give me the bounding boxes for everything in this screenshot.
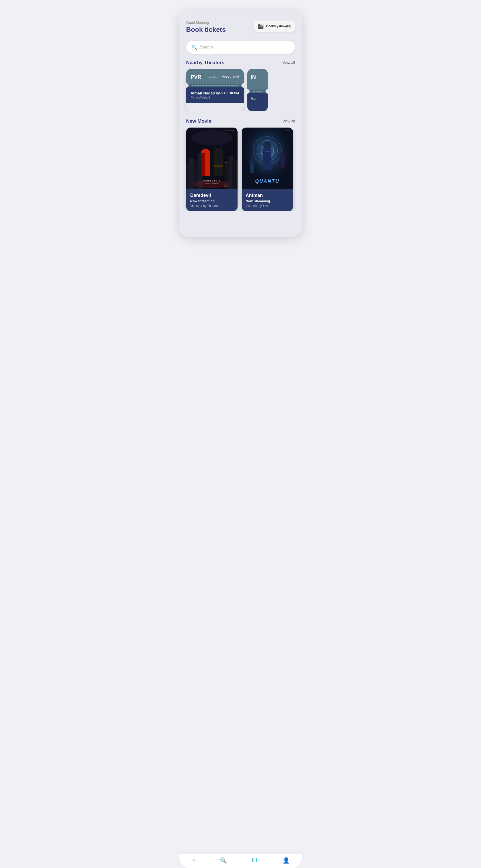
logo-icon: 🎬 xyxy=(258,23,264,29)
svg-rect-10 xyxy=(191,160,192,160)
search-input[interactable]: Search xyxy=(200,45,290,50)
svg-rect-3 xyxy=(189,158,194,189)
nearby-theaters-view-all[interactable]: View all xyxy=(283,61,295,65)
svg-rect-35 xyxy=(263,149,271,169)
daredevil-visit: Vist near by Theatres xyxy=(190,204,233,208)
svg-text:@AGTDESIGN: @AGTDESIGN xyxy=(222,130,235,131)
antman-info: Antman Now Streaming Vist near by The xyxy=(242,189,293,211)
svg-rect-38 xyxy=(250,163,254,173)
antman-streaming: Now Streaming xyxy=(246,199,289,203)
movie-card-antman[interactable]: QUANTU @AGTD Antman Now Streaming Vist n… xyxy=(242,128,293,211)
page-title: Book tickets xyxy=(186,26,226,34)
svg-point-39 xyxy=(280,153,285,158)
svg-text:@AGTD: @AGTD xyxy=(284,130,290,131)
nearby-theaters-header: Nearby Theaters View all xyxy=(179,60,302,65)
ticket-perforation-inox xyxy=(247,90,268,93)
theater-card-pvr[interactable]: PVR ○─🎞─○ Phonix Mall Viman Nagar Pune W… xyxy=(186,69,244,111)
ticket-perforation-pvr xyxy=(186,84,244,87)
search-icon: 🔍 xyxy=(191,44,197,50)
svg-rect-13 xyxy=(226,162,227,163)
logo-box[interactable]: 🎬 Bookmyshow(Pt) xyxy=(254,21,295,32)
svg-rect-17 xyxy=(201,153,205,176)
svg-rect-9 xyxy=(190,160,190,160)
svg-point-34 xyxy=(263,142,271,150)
theater-hours-pvr: Open Till 10 PM xyxy=(214,91,239,95)
svg-rect-12 xyxy=(225,162,226,163)
svg-rect-40 xyxy=(281,158,285,168)
header-left: Good Morning Book tickets xyxy=(186,21,226,34)
theater-bottom-inox: Mu xyxy=(247,93,268,111)
daredevil-info: Daredevil Now Streaming Vist near by The… xyxy=(186,189,237,211)
svg-text:QUANTU: QUANTU xyxy=(255,179,279,184)
antman-visit: Vist near by The xyxy=(246,204,289,208)
greeting: Good Morning xyxy=(186,21,226,25)
logo-label: Bookmyshow(Pt) xyxy=(266,24,291,28)
header: Good Morning Book tickets 🎬 Bookmyshow(P… xyxy=(179,10,302,39)
search-bar[interactable]: 🔍 Search xyxy=(186,41,295,54)
svg-rect-36 xyxy=(265,151,270,152)
theater-top-inox: IN xyxy=(247,69,268,90)
antman-title: Antman xyxy=(246,193,289,198)
theater-area-pvr: Pune Wagholi xyxy=(191,96,214,99)
antman-poster: QUANTU @AGTD xyxy=(242,128,293,189)
theater-top-pvr: PVR ○─🎞─○ Phonix Mall xyxy=(186,69,244,84)
search-container: 🔍 Search xyxy=(186,41,295,54)
daredevil-title: Daredevil xyxy=(190,193,233,198)
new-movies-title: New Movie xyxy=(186,118,212,124)
daredevil-streaming: Now Streaming xyxy=(190,199,233,203)
theater-card-inox[interactable]: IN Mu xyxy=(247,69,268,111)
new-movies-header: New Movie View all xyxy=(179,118,302,124)
theater-location-pvr: Viman Nagar xyxy=(191,91,214,95)
svg-text:DAREDEVIL: DAREDEVIL xyxy=(203,179,221,182)
svg-rect-24 xyxy=(214,165,223,167)
daredevil-poster: DAREDEVIL BORN AGAIN @AGTDESIGN Disney+ xyxy=(186,128,237,189)
theater-name-pvr: PVR xyxy=(191,74,201,80)
nearby-theaters-title: Nearby Theaters xyxy=(186,60,224,65)
svg-text:Disney+: Disney+ xyxy=(224,185,230,187)
theaters-scroll: PVR ○─🎞─○ Phonix Mall Viman Nagar Pune W… xyxy=(179,69,302,111)
theater-name-inox: IN xyxy=(251,74,256,80)
svg-rect-11 xyxy=(190,161,190,162)
svg-text:BORN AGAIN: BORN AGAIN xyxy=(205,183,219,184)
theater-branch-pvr: Phonix Mall xyxy=(220,75,239,79)
theater-location-inox: Mu xyxy=(251,97,264,101)
svg-rect-8 xyxy=(232,160,237,189)
theater-bottom-pvr: Viman Nagar Pune Wagholi Open Till 10 PM xyxy=(186,87,244,103)
new-movies-view-all[interactable]: View all xyxy=(283,119,295,123)
movie-card-daredevil[interactable]: DAREDEVIL BORN AGAIN @AGTDESIGN Disney+ … xyxy=(186,128,237,211)
movies-scroll: DAREDEVIL BORN AGAIN @AGTDESIGN Disney+ … xyxy=(179,128,302,211)
svg-point-37 xyxy=(249,158,255,163)
svg-point-1 xyxy=(191,130,232,146)
